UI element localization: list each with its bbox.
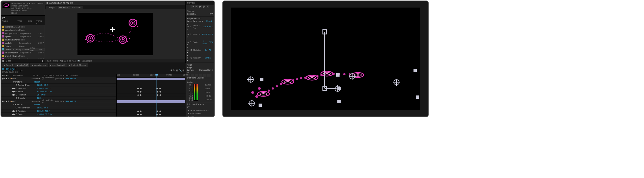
layer-property[interactable]: ◂◆▸⊙ Rotation0x-79.0° [1, 116, 116, 117]
project-item[interactable]: SolidsFolder [1, 44, 45, 48]
bbox-handle[interactable] [416, 95, 419, 99]
comp-title: ■ Composition anim2-02 [45, 1, 185, 5]
project-item[interactable]: twopplscreenComposition29.97 [1, 32, 45, 35]
project-item[interactable]: starfish LayersFolder [1, 38, 45, 41]
camera-target-icon[interactable] [248, 77, 254, 83]
bbox-handle[interactable] [260, 78, 263, 81]
layer-property[interactable]: TransformReset [1, 80, 116, 84]
distribute-label: Distribute Layers: [187, 77, 213, 79]
player-controls: |◂ ◂| ▶ |▸ ▸| [186, 5, 214, 9]
col-duration[interactable]: Duration [70, 74, 82, 77]
align-right-icon[interactable] [195, 74, 198, 77]
effects-title: Effects & Presets [187, 103, 213, 105]
project-item[interactable]: tophalf1Composition29.97 [1, 35, 45, 38]
col-framerate[interactable]: Frame R... [36, 20, 44, 25]
comp-tab[interactable]: anim2-02 [57, 6, 70, 9]
shortcut-dropdown[interactable]: Spacebar [187, 13, 196, 15]
col-layer-name[interactable]: Layer Name [12, 74, 33, 77]
last-frame-icon[interactable]: ▸| [206, 5, 209, 8]
transform-property[interactable]: ◂ ◇ ▸ ⊙Opacity100% [187, 54, 213, 62]
zoom-dropdown[interactable]: 50% [47, 60, 51, 62]
camera-target-icon[interactable] [394, 79, 399, 85]
trash-icon[interactable]: 🗑 [42, 60, 44, 62]
col-name[interactable]: Name [2, 20, 18, 25]
after-effects-window: smallfinalpath.mp4 ▾ , used 2 times 1920… [1, 1, 215, 117]
transform-property[interactable]: ◂ ◇ ▸ ⊙Position1295 462.1 [187, 30, 213, 38]
layer-property[interactable]: ◂◆▸⊙ Position1186.9, 342.6 [1, 87, 116, 90]
project-item[interactable]: starfishComposition29.97 [1, 41, 45, 44]
prev-frame-icon[interactable]: ◂| [195, 5, 198, 8]
asset-meta-3: H.264 [11, 12, 43, 14]
composition-canvas[interactable] [77, 13, 153, 55]
secondary-canvas[interactable] [231, 8, 420, 110]
comp-tab[interactable]: Comp 1 [46, 6, 57, 9]
effects-category[interactable]: ▸ * Animation Presets [188, 109, 212, 112]
audio-meter-left [194, 84, 196, 101]
project-item[interactable]: smallfi...th.mp4QuickTime22.0 MB29.97 [1, 48, 45, 51]
align-bottom-icon[interactable] [207, 74, 211, 77]
bbox-handle[interactable] [337, 100, 341, 103]
comp-tab[interactable]: anim1-01 [70, 6, 82, 9]
svg-point-33 [258, 87, 261, 90]
playhead[interactable] [157, 74, 157, 117]
svg-point-23 [300, 77, 302, 79]
play-icon[interactable]: ▶ [199, 5, 202, 8]
layer-property[interactable]: ⊙ Anchor Point103.3, 94.2 [1, 106, 116, 109]
align-vcenter-icon[interactable] [203, 74, 206, 77]
layer-row[interactable]: ◉ ▾ ■ 1■ cc3Normal ▾◎ No Matte ▾◎ None ▾… [1, 77, 116, 80]
project-item[interactable]: twopplsc... LayersFolder [1, 28, 45, 32]
layer-property[interactable]: ⊙ Anchor Point103.3, 94.2 [1, 84, 116, 87]
bbox-handle[interactable] [259, 104, 262, 107]
align-top-icon[interactable] [199, 74, 202, 77]
timeline-timecode[interactable]: 0;00;36;26 [2, 67, 18, 71]
bin-icon[interactable]: ▦ [2, 60, 4, 62]
project-footer: ▦ 8 bpc 🗑 [1, 59, 45, 63]
align-title: Align [187, 64, 213, 66]
resolution-dropdown[interactable]: (Half) [53, 60, 58, 62]
timeline-tab[interactable]: ■ finalpathMerged [67, 63, 88, 67]
asset-title: smallfinalpath.mp4 ▾ , used 2 times [11, 2, 43, 5]
align-target-dropdown[interactable]: Composition [199, 69, 211, 71]
reset-button[interactable]: Reset [206, 20, 212, 22]
timeline-tab[interactable]: ■ twopplscreen [30, 63, 48, 67]
camera-icon[interactable]: 📷 [77, 60, 80, 62]
col-size[interactable]: Size [28, 20, 36, 25]
layer-property[interactable]: ⊙ Opacity100% [1, 97, 116, 100]
col-type[interactable]: Type [18, 20, 28, 25]
timeline-tab[interactable]: ■ anim2-02 [15, 63, 29, 67]
project-search[interactable]: ρ▾ [2, 16, 5, 19]
layer-property[interactable]: TransformReset [1, 103, 116, 106]
timeline-tab[interactable]: ■ Comp 1 [2, 63, 15, 67]
layer-row[interactable]: ◉ ▾ ■ 2■ cc2Normal ▾◎ No Matte ▾◎ None ▾… [1, 100, 116, 103]
timeline-graph[interactable]: :00s00:15s00:30s00:45s01:00 [117, 74, 186, 117]
project-list[interactable]: twopplsc... LayersFoldertwopplsc... Laye… [1, 25, 45, 59]
transform-property[interactable]: ◂ ◇ ▸ ⊙Rotation0x+79° [187, 46, 213, 54]
project-item[interactable]: prot1-04 LayersFolder [1, 54, 45, 57]
timeline-search[interactable]: ρ▾ [20, 69, 22, 72]
effects-category[interactable]: ▸ Audio [188, 115, 212, 117]
viewer-footer: 50% (Half) ▾ ▦ ◫ ⊞ ◉ +0.0 📷 0;00;36;26 [45, 59, 185, 63]
layer-property[interactable]: ◂◆▸⊙ Rotation0x+47.0° [1, 93, 116, 97]
anchor-target-icon[interactable] [335, 86, 341, 92]
transform-property[interactable]: ◂ ◇ ▸ ⊙Scale⚭ 81% 81% [187, 38, 213, 46]
svg-point-32 [251, 91, 254, 94]
asset-meta-2: Millions of Colors [11, 9, 43, 12]
bbox-handle[interactable] [336, 73, 340, 77]
transform-property[interactable]: ◂ ◇ ▸ ⊙Anchor P...103.3 94.2 [187, 23, 213, 30]
camera-target-icon[interactable] [249, 100, 255, 106]
col-parent[interactable]: Parent & Link [56, 74, 70, 77]
layer-property[interactable]: ◂◆▸⊙ Position1101.5, 483.4 [1, 109, 116, 113]
camera-target-icon[interactable] [349, 73, 355, 79]
bbox-handle[interactable] [413, 69, 417, 72]
effects-search[interactable]: ρ▾ [187, 106, 189, 108]
project-item[interactable]: smallfinalpathComposition29.97 [1, 51, 45, 54]
layer-property[interactable]: ◂◆▸⊙ Scale⚭ 81.0, 81.0 % [1, 90, 116, 93]
layer-property[interactable]: ◂◆▸⊙ Scale⚭ 81.0, 81.0 % [1, 113, 116, 116]
project-item[interactable]: twopplsc... LayersFolder [1, 25, 45, 28]
align-hcenter-icon[interactable] [191, 74, 194, 77]
bit-depth[interactable]: 8 bpc [6, 60, 11, 62]
effects-category[interactable]: ▸ 3D Channel [188, 112, 212, 115]
timeline-tab[interactable]: ■ smallfinalpath [49, 63, 67, 67]
next-frame-icon[interactable]: |▸ [203, 5, 205, 8]
first-frame-icon[interactable]: |◂ [191, 5, 194, 8]
